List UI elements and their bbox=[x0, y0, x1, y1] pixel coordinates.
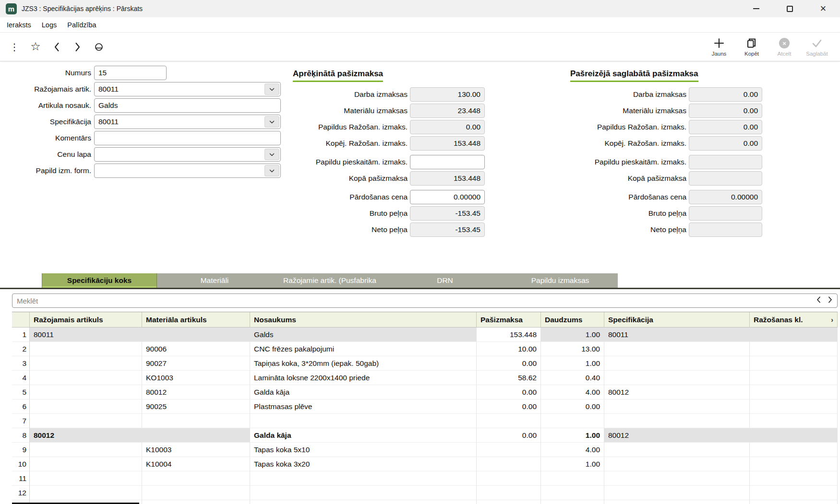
column-header-materi-la-artikuls[interactable]: Materiāla artikuls bbox=[142, 312, 250, 327]
cell[interactable] bbox=[142, 471, 250, 486]
select-papild-izm-form[interactable] bbox=[94, 164, 281, 178]
cell[interactable] bbox=[604, 371, 750, 385]
cell[interactable] bbox=[750, 371, 838, 385]
cell[interactable] bbox=[604, 342, 750, 356]
cell[interactable] bbox=[142, 486, 250, 500]
cell[interactable]: Lamināta loksne 2200x1400 priede bbox=[250, 371, 477, 385]
cell[interactable] bbox=[750, 385, 838, 399]
chevron-left-icon[interactable] bbox=[46, 37, 67, 57]
cell[interactable] bbox=[30, 414, 142, 428]
cell[interactable] bbox=[750, 399, 838, 414]
cell[interactable] bbox=[750, 500, 838, 504]
cell[interactable] bbox=[250, 486, 477, 500]
tab-papildu-izmaksas[interactable]: Papildu izmaksas bbox=[503, 273, 618, 288]
row-number[interactable]: 4 bbox=[12, 371, 30, 385]
cell[interactable] bbox=[604, 486, 750, 500]
tab-drn[interactable]: DRN bbox=[387, 273, 503, 288]
cell[interactable] bbox=[604, 457, 750, 471]
cell[interactable] bbox=[30, 471, 142, 486]
copy-button[interactable]: Kopēt bbox=[735, 37, 768, 57]
cell[interactable]: 80012 bbox=[604, 385, 750, 399]
cell[interactable] bbox=[477, 457, 541, 471]
row-number[interactable]: 10 bbox=[12, 457, 30, 471]
input-numurs[interactable]: 15 bbox=[94, 66, 167, 80]
select-ra-ojamais-artik[interactable]: 80011 bbox=[94, 82, 281, 96]
kebab-menu-icon[interactable]: ⋮ bbox=[4, 37, 25, 57]
menu-item-pal-dz-ba[interactable]: Palīdzība bbox=[62, 21, 101, 29]
minimize-button[interactable] bbox=[739, 0, 773, 17]
cell[interactable] bbox=[142, 428, 250, 443]
search-prev-icon[interactable] bbox=[816, 296, 821, 305]
cell[interactable]: 90025 bbox=[142, 399, 250, 414]
cell[interactable] bbox=[250, 500, 477, 504]
cell[interactable] bbox=[250, 414, 477, 428]
select-specifik-cija[interactable]: 80011 bbox=[94, 115, 281, 129]
row-number[interactable]: 12 bbox=[12, 486, 30, 500]
row-number[interactable]: 7 bbox=[12, 414, 30, 428]
cell[interactable] bbox=[142, 414, 250, 428]
cell[interactable]: Galds bbox=[250, 328, 477, 342]
cell[interactable]: 90027 bbox=[142, 356, 250, 371]
cell[interactable] bbox=[30, 385, 142, 399]
cell[interactable] bbox=[750, 342, 838, 356]
column-scroll-right-icon[interactable]: › bbox=[831, 316, 833, 324]
cell[interactable]: Plastmasas plēve bbox=[250, 399, 477, 414]
cell[interactable] bbox=[477, 486, 541, 500]
star-icon[interactable]: ☆ bbox=[25, 37, 46, 57]
input-koment-rs[interactable] bbox=[94, 131, 281, 145]
tab-materi-li[interactable]: Materiāli bbox=[157, 273, 272, 288]
row-number[interactable]: 2 bbox=[12, 342, 30, 356]
cell[interactable]: Galda kāja bbox=[250, 385, 477, 399]
cell[interactable]: 80011 bbox=[30, 328, 142, 342]
close-button[interactable]: × bbox=[806, 0, 840, 17]
cell[interactable]: 1.00 bbox=[541, 428, 604, 443]
cell[interactable] bbox=[250, 471, 477, 486]
cell[interactable] bbox=[30, 356, 142, 371]
column-header-nosaukums[interactable]: Nosaukums bbox=[250, 312, 477, 327]
attachment-icon[interactable] bbox=[88, 37, 109, 57]
cell[interactable] bbox=[604, 399, 750, 414]
maximize-button[interactable] bbox=[773, 0, 806, 17]
cell[interactable]: 0.40 bbox=[541, 371, 604, 385]
search-next-icon[interactable] bbox=[828, 296, 832, 305]
cell[interactable]: 1.00 bbox=[541, 356, 604, 371]
cell[interactable] bbox=[477, 500, 541, 504]
cell[interactable]: 80012 bbox=[30, 428, 142, 443]
cell[interactable]: 80012 bbox=[604, 428, 750, 443]
cost-value-field[interactable] bbox=[410, 155, 485, 169]
cell[interactable] bbox=[541, 471, 604, 486]
cell[interactable]: CNC frēzes pakalpojumi bbox=[250, 342, 477, 356]
cell[interactable] bbox=[750, 328, 838, 342]
cell[interactable]: 4.00 bbox=[541, 385, 604, 399]
cell[interactable] bbox=[604, 443, 750, 457]
column-header-ra-o-anas-kl[interactable]: Ražošanas kl.› bbox=[750, 312, 838, 327]
cell[interactable] bbox=[477, 471, 541, 486]
cell[interactable]: 13.00 bbox=[541, 342, 604, 356]
tab-specifik-ciju-koks[interactable]: Specifikāciju koks bbox=[42, 273, 157, 288]
column-header-daudzums[interactable]: Daudzums bbox=[541, 312, 604, 327]
cell[interactable] bbox=[541, 414, 604, 428]
cell[interactable]: 90006 bbox=[142, 342, 250, 356]
cell[interactable] bbox=[604, 500, 750, 504]
cell[interactable] bbox=[541, 500, 604, 504]
column-header-pa-izmaksa[interactable]: Pašizmaksa bbox=[477, 312, 541, 327]
chevron-right-icon[interactable] bbox=[67, 37, 88, 57]
menu-item-ieraksts[interactable]: Ieraksts bbox=[1, 21, 36, 29]
row-number[interactable]: 9 bbox=[12, 443, 30, 457]
row-number[interactable]: 6 bbox=[12, 399, 30, 414]
cell[interactable] bbox=[30, 399, 142, 414]
column-header-specifik-cija[interactable]: Specifikācija bbox=[604, 312, 750, 327]
cell[interactable]: 0.00 bbox=[541, 399, 604, 414]
cell[interactable] bbox=[750, 443, 838, 457]
cell[interactable] bbox=[604, 356, 750, 371]
cell[interactable] bbox=[604, 471, 750, 486]
row-number[interactable]: 11 bbox=[12, 471, 30, 486]
cell[interactable]: 1.00 bbox=[541, 328, 604, 342]
row-number[interactable]: 1 bbox=[12, 328, 30, 342]
cell[interactable] bbox=[750, 356, 838, 371]
cell[interactable]: K10003 bbox=[142, 443, 250, 457]
cell[interactable] bbox=[604, 414, 750, 428]
cell[interactable] bbox=[30, 342, 142, 356]
select-cenu-lapa[interactable] bbox=[94, 147, 281, 162]
cell[interactable]: 0.00 bbox=[477, 399, 541, 414]
